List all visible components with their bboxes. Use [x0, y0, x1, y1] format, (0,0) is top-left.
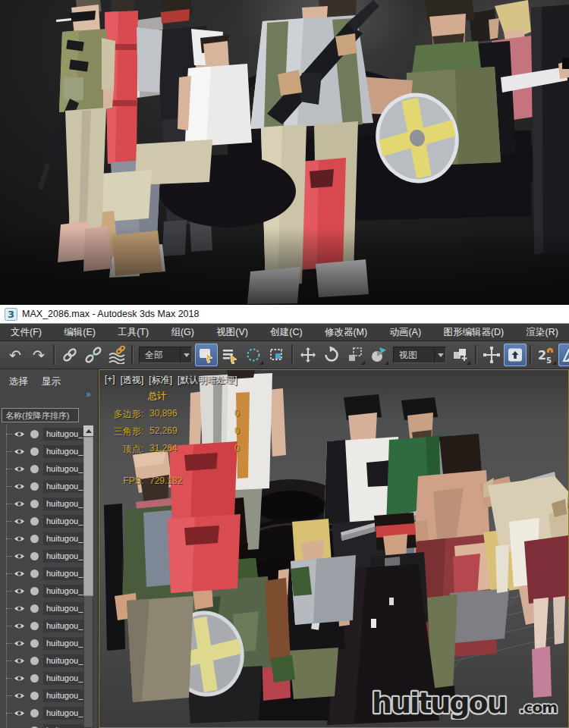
selectability-dot-icon[interactable] — [30, 570, 39, 578]
viewport-statistics: 总计 多边形: 30,896 0 三角形: 52,269 0 顶点: 31,26… — [105, 390, 240, 486]
menu-item[interactable]: 创建(C) — [270, 326, 302, 339]
visibility-eye-icon[interactable] — [14, 535, 25, 543]
selectability-dot-icon[interactable] — [30, 535, 39, 543]
selectability-dot-icon[interactable] — [30, 482, 39, 491]
stats-row-delta: 0 — [234, 443, 240, 453]
visibility-eye-icon[interactable] — [14, 447, 25, 456]
selectability-dot-icon[interactable] — [30, 657, 39, 665]
selectability-dot-icon[interactable] — [30, 430, 39, 438]
menu-item-label: 动画(A) — [389, 327, 421, 337]
selectability-dot-icon[interactable] — [30, 604, 39, 613]
selectability-dot-icon[interactable] — [30, 639, 39, 648]
selectability-dot-icon[interactable] — [30, 517, 39, 526]
menu-item[interactable]: 修改器(M) — [325, 326, 367, 339]
selectability-dot-icon[interactable] — [30, 674, 39, 682]
toolbar-separator — [530, 345, 532, 365]
object-name-label: huitugou_ — [43, 463, 88, 475]
visibility-eye-icon[interactable] — [14, 692, 25, 700]
visibility-eye-icon[interactable] — [14, 482, 25, 491]
stats-row-value: 52,269 — [143, 425, 234, 436]
object-name-label: huitugou_ — [43, 445, 88, 458]
select-and-manipulate-button[interactable] — [480, 344, 503, 366]
menu-item-label: 组(G) — [171, 327, 194, 337]
visibility-eye-icon[interactable] — [14, 465, 25, 473]
visibility-eye-icon[interactable] — [14, 604, 25, 613]
selection-region-button[interactable] — [242, 344, 265, 366]
menu-item[interactable]: 工具(T) — [118, 326, 149, 339]
menu-item[interactable]: 编辑(E) — [64, 326, 96, 339]
selectability-dot-icon[interactable] — [30, 622, 39, 630]
menu-item[interactable]: 渲染(R) — [527, 326, 558, 339]
tree-branch-line — [6, 521, 12, 522]
selectability-dot-icon[interactable] — [30, 447, 39, 456]
bind-to-space-warp-button[interactable] — [105, 344, 128, 366]
selection-filter-dropdown[interactable]: 全部 — [139, 347, 192, 363]
select-and-rotate-button[interactable] — [320, 344, 343, 366]
name-sort-header[interactable]: 名称(按降序排序) — [2, 408, 79, 422]
viewport-standard-label[interactable]: [标准] — [149, 374, 172, 387]
selectability-dot-icon[interactable] — [30, 709, 39, 717]
redo-button[interactable]: ↷ — [27, 344, 50, 366]
scene-explorer-panel: 选择 显示 » 名称(按降序排序) huitugou_ — [0, 369, 99, 728]
select-and-place-button[interactable] — [367, 344, 390, 366]
angle-snap-button[interactable] — [558, 344, 569, 366]
select-object-button[interactable] — [195, 344, 218, 366]
stats-fps-row: FPS: 729.182 — [105, 475, 240, 486]
menu-item[interactable]: 图形编辑器(D) — [443, 326, 504, 339]
visibility-eye-icon[interactable] — [14, 674, 25, 682]
explorer-scrollbar[interactable] — [83, 425, 93, 728]
menu-item-label: 修改器(M) — [325, 327, 367, 337]
undo-icon: ↶ — [9, 348, 21, 362]
menu-item-label: 工具(T) — [118, 327, 149, 337]
menu-item[interactable]: 组(G) — [171, 326, 194, 339]
keyboard-override-button[interactable] — [504, 344, 527, 366]
selectability-dot-icon[interactable] — [30, 552, 39, 560]
visibility-eye-icon[interactable] — [14, 639, 25, 648]
visibility-eye-icon[interactable] — [14, 500, 25, 508]
window-crossing-button[interactable] — [266, 344, 288, 366]
menu-item[interactable]: 视图(V) — [216, 326, 248, 339]
perspective-viewport[interactable]: [+] [透视] [标准] [默认明暗处理] 总计 多边形: 30,896 0 … — [99, 369, 569, 728]
menu-item[interactable]: 文件(F) — [11, 326, 42, 339]
stats-row-delta: 0 — [234, 408, 240, 419]
select-and-move-button[interactable] — [297, 344, 319, 366]
visibility-eye-icon[interactable] — [14, 709, 25, 717]
selectability-dot-icon[interactable] — [30, 500, 39, 508]
viewport-menu-plus[interactable]: [+] — [105, 374, 115, 387]
visibility-eye-icon[interactable] — [14, 587, 25, 595]
visibility-eye-icon[interactable] — [14, 430, 25, 438]
viewport-pov-label[interactable]: [透视] — [121, 374, 144, 387]
up-arrow-icon — [86, 429, 92, 433]
scrollbar-thumb[interactable] — [83, 437, 93, 596]
snap-toggle-button[interactable]: 2 5 — [535, 344, 558, 366]
tab-display[interactable]: 显示 — [42, 375, 61, 388]
dropdown-arrow-icon[interactable] — [180, 347, 192, 363]
menu-item[interactable]: 动画(A) — [389, 326, 421, 339]
select-and-scale-button[interactable] — [344, 344, 366, 366]
object-name-label: huitugou_ — [43, 428, 88, 441]
visibility-eye-icon[interactable] — [14, 622, 25, 630]
visibility-eye-icon[interactable] — [14, 657, 25, 665]
object-name-label: huitugou_ — [43, 672, 88, 685]
select-by-name-button[interactable] — [218, 344, 241, 366]
object-name-label: huitugou_ — [43, 620, 88, 632]
reference-coordinate-value: 视图 — [393, 349, 434, 362]
visibility-eye-icon[interactable] — [14, 570, 25, 578]
selectability-dot-icon[interactable] — [30, 465, 39, 473]
dropdown-arrow-icon[interactable] — [434, 347, 446, 363]
unlink-selection-button[interactable] — [82, 344, 105, 366]
selectability-dot-icon[interactable] — [30, 587, 39, 595]
selectability-dot-icon[interactable] — [30, 692, 39, 700]
visibility-eye-icon[interactable] — [14, 517, 25, 526]
angle-snap-icon — [560, 345, 569, 365]
visibility-eye-icon[interactable] — [14, 552, 25, 560]
expand-chevron-icon[interactable]: » — [86, 389, 90, 400]
use-center-button[interactable] — [449, 344, 472, 366]
viewport-shading-label[interactable]: [默认明暗处理] — [178, 374, 237, 387]
undo-button[interactable]: ↶ — [4, 344, 27, 366]
tab-select[interactable]: 选择 — [9, 375, 28, 388]
select-and-link-button[interactable] — [58, 344, 81, 366]
tree-branch-line — [6, 591, 12, 592]
reference-coordinate-dropdown[interactable]: 视图 — [393, 347, 446, 363]
scroll-up-button[interactable] — [83, 425, 93, 436]
